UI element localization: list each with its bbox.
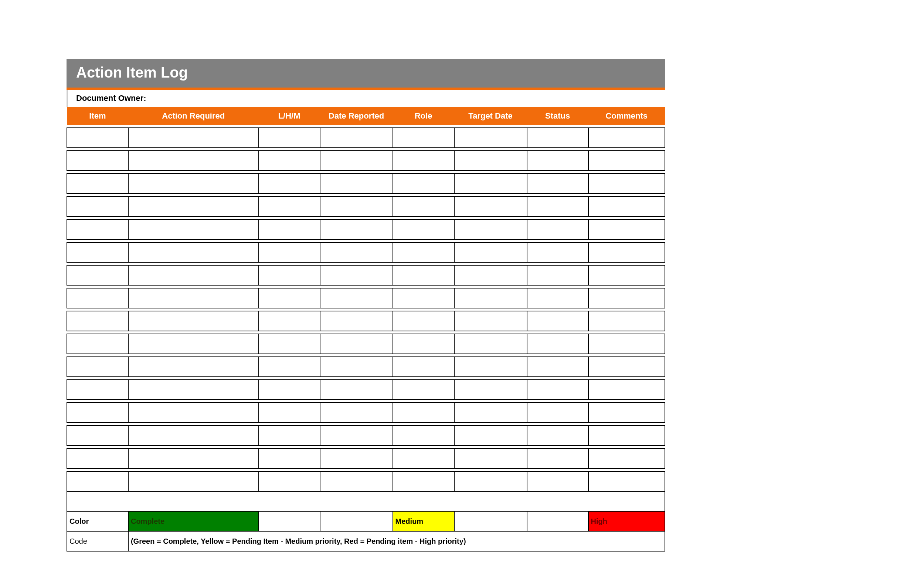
table-cell[interactable] xyxy=(588,197,665,216)
table-cell[interactable] xyxy=(128,334,259,354)
table-cell[interactable] xyxy=(259,403,320,422)
table-cell[interactable] xyxy=(259,357,320,377)
table-cell[interactable] xyxy=(454,471,527,491)
table-cell[interactable] xyxy=(527,403,588,422)
table-cell[interactable] xyxy=(67,425,128,445)
table-cell[interactable] xyxy=(128,242,259,262)
table-cell[interactable] xyxy=(259,471,320,491)
table-cell[interactable] xyxy=(454,448,527,468)
table-cell[interactable] xyxy=(128,425,259,445)
table-cell[interactable] xyxy=(588,357,665,377)
table-cell[interactable] xyxy=(393,265,454,285)
table-cell[interactable] xyxy=(527,128,588,148)
table-cell[interactable] xyxy=(527,311,588,331)
table-cell[interactable] xyxy=(259,174,320,193)
table-cell[interactable] xyxy=(128,471,259,491)
table-cell[interactable] xyxy=(320,403,393,422)
table-cell[interactable] xyxy=(320,334,393,354)
table-cell[interactable] xyxy=(393,403,454,422)
table-cell[interactable] xyxy=(454,128,527,148)
table-cell[interactable] xyxy=(128,448,259,468)
table-cell[interactable] xyxy=(454,380,527,400)
table-cell[interactable] xyxy=(588,403,665,422)
table-cell[interactable] xyxy=(393,471,454,491)
table-cell[interactable] xyxy=(67,128,128,148)
table-cell[interactable] xyxy=(393,334,454,354)
table-cell[interactable] xyxy=(67,380,128,400)
table-cell[interactable] xyxy=(454,197,527,216)
table-cell[interactable] xyxy=(128,151,259,171)
table-cell[interactable] xyxy=(588,265,665,285)
table-cell[interactable] xyxy=(454,357,527,377)
table-cell[interactable] xyxy=(393,425,454,445)
table-cell[interactable] xyxy=(527,448,588,468)
table-cell[interactable] xyxy=(588,311,665,331)
table-cell[interactable] xyxy=(259,311,320,331)
table-cell[interactable] xyxy=(588,219,665,239)
table-cell[interactable] xyxy=(588,380,665,400)
table-cell[interactable] xyxy=(527,425,588,445)
table-cell[interactable] xyxy=(128,288,259,308)
table-cell[interactable] xyxy=(67,311,128,331)
table-cell[interactable] xyxy=(128,265,259,285)
table-cell[interactable] xyxy=(393,219,454,239)
table-cell[interactable] xyxy=(454,425,527,445)
table-cell[interactable] xyxy=(454,151,527,171)
table-cell[interactable] xyxy=(128,311,259,331)
table-cell[interactable] xyxy=(259,334,320,354)
table-cell[interactable] xyxy=(527,151,588,171)
table-cell[interactable] xyxy=(588,151,665,171)
table-cell[interactable] xyxy=(527,357,588,377)
table-cell[interactable] xyxy=(588,128,665,148)
table-cell[interactable] xyxy=(320,151,393,171)
table-cell[interactable] xyxy=(527,197,588,216)
table-cell[interactable] xyxy=(527,380,588,400)
table-cell[interactable] xyxy=(454,311,527,331)
table-cell[interactable] xyxy=(320,219,393,239)
table-cell[interactable] xyxy=(128,380,259,400)
table-cell[interactable] xyxy=(393,311,454,331)
table-cell[interactable] xyxy=(128,197,259,216)
table-cell[interactable] xyxy=(454,403,527,422)
table-cell[interactable] xyxy=(527,471,588,491)
table-cell[interactable] xyxy=(454,219,527,239)
table-cell[interactable] xyxy=(454,265,527,285)
table-cell[interactable] xyxy=(259,219,320,239)
table-cell[interactable] xyxy=(67,357,128,377)
table-cell[interactable] xyxy=(67,219,128,239)
table-cell[interactable] xyxy=(393,174,454,193)
table-cell[interactable] xyxy=(128,403,259,422)
table-cell[interactable] xyxy=(588,334,665,354)
table-cell[interactable] xyxy=(67,288,128,308)
table-cell[interactable] xyxy=(588,242,665,262)
table-cell[interactable] xyxy=(67,334,128,354)
table-cell[interactable] xyxy=(67,197,128,216)
table-cell[interactable] xyxy=(259,128,320,148)
table-cell[interactable] xyxy=(454,242,527,262)
table-cell[interactable] xyxy=(393,151,454,171)
table-cell[interactable] xyxy=(259,425,320,445)
table-cell[interactable] xyxy=(320,311,393,331)
table-cell[interactable] xyxy=(128,219,259,239)
table-cell[interactable] xyxy=(320,174,393,193)
table-cell[interactable] xyxy=(588,174,665,193)
table-cell[interactable] xyxy=(128,357,259,377)
table-cell[interactable] xyxy=(320,197,393,216)
table-cell[interactable] xyxy=(67,242,128,262)
table-cell[interactable] xyxy=(320,265,393,285)
table-cell[interactable] xyxy=(67,151,128,171)
table-cell[interactable] xyxy=(454,334,527,354)
table-cell[interactable] xyxy=(259,380,320,400)
table-cell[interactable] xyxy=(527,219,588,239)
table-cell[interactable] xyxy=(320,128,393,148)
table-cell[interactable] xyxy=(320,471,393,491)
table-cell[interactable] xyxy=(67,471,128,491)
table-cell[interactable] xyxy=(527,242,588,262)
table-cell[interactable] xyxy=(527,334,588,354)
table-cell[interactable] xyxy=(67,403,128,422)
table-cell[interactable] xyxy=(527,288,588,308)
table-cell[interactable] xyxy=(588,448,665,468)
table-cell[interactable] xyxy=(259,448,320,468)
table-cell[interactable] xyxy=(320,242,393,262)
table-cell[interactable] xyxy=(588,425,665,445)
